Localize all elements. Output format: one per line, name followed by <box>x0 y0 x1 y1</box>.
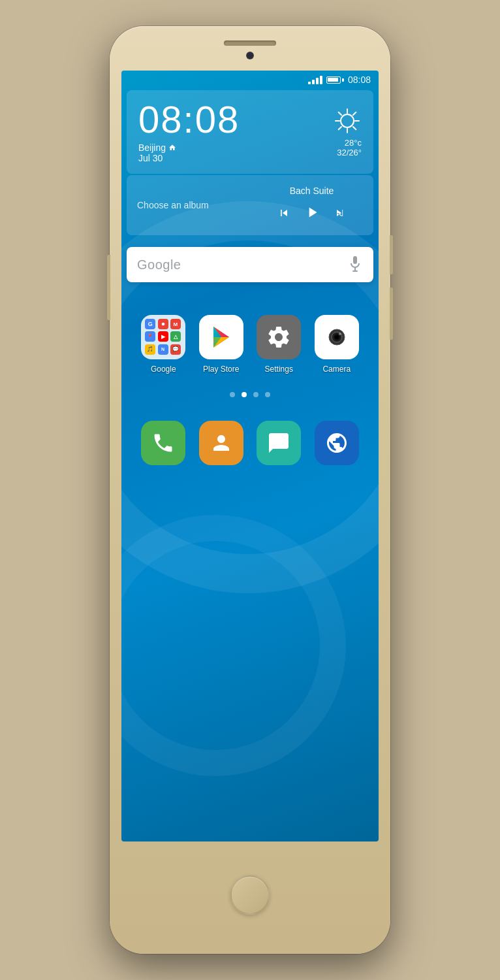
camera-label: Camera <box>322 365 351 374</box>
top-sensors-row <box>247 52 253 59</box>
page-dot-1[interactable] <box>230 392 235 397</box>
next-icon <box>334 206 347 220</box>
weather-widget: 28°c 32/26° <box>333 106 362 157</box>
status-bar: 08:08 <box>121 71 379 89</box>
svg-rect-9 <box>353 256 357 264</box>
app-item-google[interactable]: G M 📍 ▶ △ 🎵 N 💬 Google <box>141 315 185 374</box>
next-button[interactable] <box>334 206 347 223</box>
svg-point-20 <box>335 335 339 339</box>
globe-icon <box>325 431 349 455</box>
weather-sun-icon <box>333 106 362 135</box>
clock-left: 08:08 Beijing Jul 30 <box>138 101 240 163</box>
location-icon <box>168 144 176 152</box>
dock <box>121 410 379 478</box>
svg-rect-10 <box>354 268 356 270</box>
prev-icon <box>277 206 290 220</box>
high-low-temp: 32/26° <box>337 148 362 157</box>
home-button[interactable] <box>230 875 270 915</box>
mini-app-youtube: ▶ <box>158 331 168 342</box>
camera-icon <box>315 315 359 359</box>
signal-icon <box>308 76 322 84</box>
prev-button[interactable] <box>277 206 290 223</box>
app-item-camera[interactable]: Camera <box>315 315 359 374</box>
page-dot-4[interactable] <box>265 392 270 397</box>
page-dots <box>121 392 379 397</box>
svg-line-7 <box>353 112 356 115</box>
battery-fill <box>328 78 337 82</box>
app-item-play-store[interactable]: Play Store <box>199 315 243 374</box>
mini-app-chrome <box>158 319 168 329</box>
svg-line-8 <box>339 127 341 129</box>
phone-chin <box>230 841 270 954</box>
battery-icon <box>326 76 344 84</box>
dock-item-messages[interactable] <box>257 421 301 465</box>
page-dot-3[interactable] <box>253 392 258 397</box>
mini-app-drive: △ <box>170 331 181 342</box>
play-store-icon <box>199 315 243 359</box>
signal-bar-1 <box>308 82 311 84</box>
svg-point-12 <box>161 323 164 326</box>
signal-bar-3 <box>316 78 319 84</box>
dock-item-browser[interactable] <box>315 421 359 465</box>
battery-body <box>326 76 341 84</box>
mini-app-extra: 💬 <box>170 344 181 355</box>
svg-line-5 <box>339 112 341 115</box>
play-button[interactable] <box>304 204 320 225</box>
contacts-icon <box>199 421 243 465</box>
weather-high-low: 32/26° <box>333 148 362 157</box>
album-placeholder: Choose an album <box>137 200 209 210</box>
phone-call-icon <box>141 421 185 465</box>
svg-point-0 <box>341 114 354 127</box>
settings-label: Settings <box>265 365 293 374</box>
phone-device: 08:08 08:08 Beijing Jul 30 <box>110 26 390 954</box>
clock-location: Beijing <box>138 142 240 153</box>
settings-icon <box>257 315 301 359</box>
current-temp: 28°c <box>345 138 362 148</box>
google-search-placeholder: Google <box>137 257 347 272</box>
volume-button[interactable] <box>107 255 110 320</box>
google-folder-icon: G M 📍 ▶ △ 🎵 N 💬 <box>141 315 185 359</box>
music-widget[interactable]: Bach Suite <box>250 175 373 235</box>
mini-app-g: G <box>145 319 155 329</box>
bg-decoration-2 <box>121 515 346 776</box>
svg-point-21 <box>339 333 341 335</box>
svg-rect-22 <box>328 328 346 331</box>
clock-time: 08:08 <box>138 101 240 139</box>
app-item-settings[interactable]: Settings <box>257 315 301 374</box>
mini-app-play: 🎵 <box>145 344 155 355</box>
location-text: Beijing <box>138 142 166 153</box>
mini-app-maps: 📍 <box>145 331 155 342</box>
weather-temp: 28°c <box>333 138 362 148</box>
music-controls <box>277 204 347 225</box>
clock-date: Jul 30 <box>138 153 240 163</box>
contacts-person-icon <box>210 431 233 455</box>
page-dot-2[interactable] <box>242 392 247 397</box>
music-section: Choose an album Bach Suite <box>127 175 373 235</box>
dock-item-phone[interactable] <box>141 421 185 465</box>
phone-handset-icon <box>151 431 175 455</box>
clock-widget[interactable]: 08:08 Beijing Jul 30 <box>127 90 373 174</box>
album-widget[interactable]: Choose an album <box>127 175 250 235</box>
camera-svg-icon <box>322 323 351 351</box>
front-camera <box>247 52 253 59</box>
mini-app-news: N <box>158 344 168 355</box>
svg-line-6 <box>353 127 356 129</box>
settings-gear-icon <box>266 324 292 350</box>
play-icon <box>304 204 320 221</box>
speaker-grille <box>224 41 276 46</box>
mini-app-gmail: M <box>170 319 181 329</box>
google-search-bar[interactable]: Google <box>127 247 373 282</box>
signal-bar-2 <box>312 80 315 84</box>
app-grid: G M 📍 ▶ △ 🎵 N 💬 Google <box>121 315 379 374</box>
music-track-name: Bach Suite <box>290 186 334 196</box>
battery-tip <box>342 78 344 82</box>
messages-icon <box>257 421 301 465</box>
dock-item-contacts[interactable] <box>199 421 243 465</box>
google-folder-label: Google <box>151 365 176 374</box>
messages-bubble-icon <box>267 431 290 455</box>
play-store-triangle <box>208 324 234 350</box>
signal-bar-4 <box>320 76 322 84</box>
svg-rect-11 <box>352 270 358 272</box>
phone-screen: 08:08 08:08 Beijing Jul 30 <box>121 71 379 841</box>
mic-icon[interactable] <box>347 255 363 274</box>
